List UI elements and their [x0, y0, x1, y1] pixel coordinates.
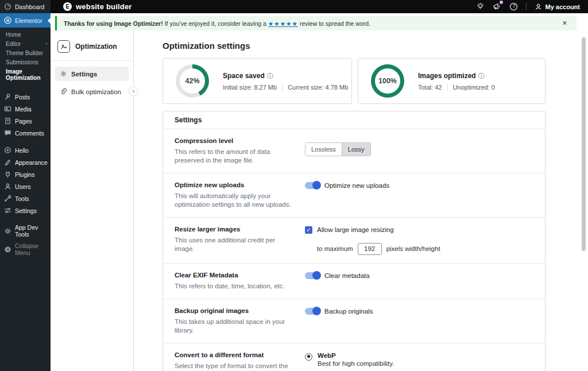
sidebar-item-settings[interactable]: Settings: [0, 204, 51, 217]
row-label: Backup original images: [175, 307, 292, 314]
sidebar-item-plugins[interactable]: Plugins: [0, 168, 51, 180]
space-saved-percent: 42%: [185, 77, 199, 85]
panel-item-label: Bulk optimization: [71, 88, 121, 95]
max-size-suffix: pixels width/height: [386, 245, 440, 252]
allow-resizing-checkbox[interactable]: ✓: [305, 226, 312, 234]
submenu-item-editor[interactable]: Editor›: [0, 39, 51, 48]
sidebar-item-tools[interactable]: Tools: [0, 192, 51, 204]
card-title: Images optimized: [418, 72, 476, 80]
resize-larger-images-row: Resize larger images This uses one addit…: [163, 218, 545, 264]
notification-dot: [500, 1, 503, 4]
radio-button[interactable]: [305, 353, 312, 361]
divider: [447, 84, 448, 91]
toggle-label: Backup originals: [324, 308, 373, 315]
sidebar-item-label: Elementor: [15, 17, 42, 24]
sidebar-item-media[interactable]: Media: [0, 103, 51, 115]
unoptimized-stat: Unoptimized: 0: [453, 84, 495, 91]
sidebar-item-elementor[interactable]: Elementor: [0, 13, 51, 28]
my-account-menu[interactable]: My account: [535, 3, 580, 10]
hello-icon: [4, 146, 11, 154]
optimize-new-uploads-toggle[interactable]: [305, 182, 320, 189]
sidebar-item-collapse-menu[interactable]: Collapse Menu: [0, 240, 51, 258]
total-stat: Total: 42: [418, 84, 442, 91]
collapse-arrow-icon: [4, 246, 11, 253]
row-label: Resize larger images: [175, 226, 292, 233]
row-label: Compression level: [175, 137, 292, 144]
row-label: Clear EXIF Metadata: [175, 272, 292, 279]
elementor-icon: [4, 17, 11, 24]
panel-item-label: Settings: [71, 71, 97, 78]
clear-metadata-toggle[interactable]: [305, 272, 320, 279]
notice-intro: Thanks for using Image Optimizer!: [64, 20, 163, 27]
panel-collapse-button[interactable]: ‹: [129, 86, 138, 96]
announcements-megaphone-icon[interactable]: [493, 2, 501, 11]
toggle-label: Clear metadata: [324, 272, 370, 279]
help-icon[interactable]: ?: [509, 2, 518, 11]
backup-originals-row: Backup original images This takes up add…: [163, 299, 545, 343]
users-icon: [4, 183, 11, 190]
row-description: This takes up additional space in your l…: [175, 318, 292, 335]
submenu-item-image-optimization[interactable]: Image Optimization: [0, 67, 51, 82]
notice-body: If you've enjoyed it, consider leaving a: [165, 20, 266, 27]
app-title: website builder: [76, 2, 132, 11]
sidebar-item-label: Dashboard: [15, 3, 44, 10]
webp-radio-option[interactable]: WebP Best for high compatibility.: [305, 352, 432, 367]
sidebar-item-app-dev-tools[interactable]: App Dev Tools: [0, 222, 51, 240]
main-content: Optimization settings 42% Space saved ⓘ …: [134, 30, 588, 371]
submenu-item-theme-builder[interactable]: Theme Builder: [0, 48, 51, 57]
comments-icon: [4, 129, 11, 137]
sidebar-item-users[interactable]: Users: [0, 180, 51, 192]
settings-icon: [4, 207, 11, 214]
panel-item-settings[interactable]: Settings: [55, 67, 129, 81]
max-size-input[interactable]: [358, 243, 382, 255]
tools-icon: [4, 195, 11, 202]
row-description: This will automatically apply your optim…: [175, 192, 292, 209]
my-account-label: My account: [545, 3, 580, 10]
divider: [51, 60, 133, 61]
backup-originals-toggle[interactable]: [305, 308, 320, 315]
posts-icon: [4, 93, 11, 101]
images-optimized-donut-chart: 100%: [371, 64, 404, 98]
info-icon[interactable]: ⓘ: [267, 72, 273, 80]
info-icon[interactable]: ⓘ: [478, 72, 485, 80]
submenu-item-submissions[interactable]: Submissions: [0, 57, 51, 67]
sidebar-item-dashboard[interactable]: Dashboard: [0, 0, 51, 13]
checkbox-label: Allow large image resizing: [317, 226, 394, 233]
radio-description: Best for high compatibility.: [318, 360, 394, 367]
convert-format-row: Convert to a different format Select the…: [163, 343, 545, 371]
pages-icon: [4, 117, 11, 125]
optimize-new-uploads-row: Optimize new uploads This will automatic…: [163, 173, 545, 218]
paperclip-icon: [60, 88, 67, 95]
card-title: Space saved: [223, 72, 265, 80]
panel-item-bulk-optimization[interactable]: Bulk optimization: [55, 84, 129, 99]
lossless-button[interactable]: Lossless: [305, 143, 342, 156]
toggle-label: Optimize new uploads: [324, 182, 389, 189]
five-stars-link[interactable]: ★★★★★: [268, 20, 298, 27]
lossy-button[interactable]: Lossy: [342, 143, 370, 156]
divider: [282, 84, 283, 91]
compression-level-row: Compression level This refers to the amo…: [163, 129, 545, 173]
sidebar-item-pages[interactable]: Pages: [0, 115, 51, 127]
row-description: This refers to date, time, location, etc…: [175, 282, 292, 291]
initial-size-stat: Initial size: 8.27 Mb: [223, 84, 277, 91]
elementor-logo-icon: E: [63, 2, 72, 11]
close-icon[interactable]: ✕: [560, 18, 570, 28]
gear-icon: [60, 70, 67, 78]
current-menu-arrow: [48, 18, 51, 24]
plugins-icon: [4, 171, 11, 178]
settings-header: Settings: [163, 111, 545, 129]
current-size-stat: Current size: 4.78 Mb: [288, 84, 348, 91]
vertical-scrollbar[interactable]: [582, 37, 586, 251]
sidebar-item-hello[interactable]: Hello: [0, 144, 51, 156]
submenu-item-home[interactable]: Home: [0, 30, 51, 39]
row-description: Select the type of format to convert the…: [175, 362, 292, 371]
clear-exif-row: Clear EXIF Metadata This refers to date,…: [163, 264, 545, 299]
sidebar-item-posts[interactable]: Posts: [0, 91, 51, 103]
chevron-right-icon: ›: [45, 40, 48, 47]
images-optimized-card: 100% Images optimized ⓘ Total: 42 Unopti…: [358, 58, 546, 104]
toggle-knob: [312, 181, 321, 190]
sidebar-item-appearance[interactable]: Appearance: [0, 156, 51, 168]
sidebar-item-comments[interactable]: Comments: [0, 127, 51, 139]
whats-new-lightbulb-icon[interactable]: [476, 2, 485, 11]
app-brand: E website builder: [63, 2, 132, 11]
